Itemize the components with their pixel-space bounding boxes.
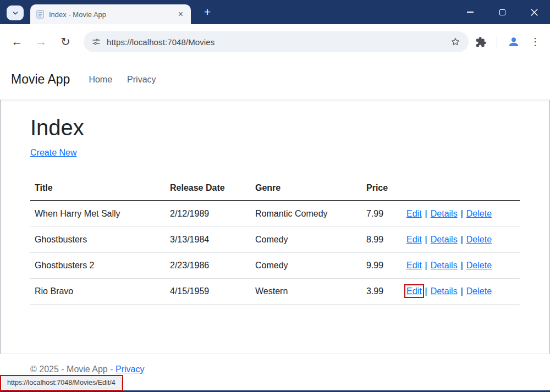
cell-release-date: 2/12/1989 xyxy=(166,201,251,227)
table-row: When Harry Met Sally 2/12/1989 Romantic … xyxy=(30,201,520,227)
close-icon xyxy=(531,9,538,16)
cell-release-date: 3/13/1984 xyxy=(166,227,251,253)
nav-link-home[interactable]: Home xyxy=(89,75,112,85)
cell-title: Rio Bravo xyxy=(30,279,166,305)
header-release-date: Release Date xyxy=(166,178,251,201)
cell-genre: Western xyxy=(251,279,362,305)
brand-link[interactable]: Movie App xyxy=(11,72,70,87)
table-header-row: Title Release Date Genre Price xyxy=(30,178,520,201)
action-separator: | xyxy=(425,261,427,270)
movies-table: Title Release Date Genre Price When Harr… xyxy=(30,178,520,305)
action-separator: | xyxy=(461,261,463,270)
status-url-bubble: https://localhost:7048/Movies/Edit/4 xyxy=(2,377,122,389)
toolbar-right: ⋮ xyxy=(475,35,542,48)
cell-price: 3.99 xyxy=(362,279,402,305)
address-bar[interactable]: https://localhost:7048/Movies xyxy=(84,31,469,52)
header-actions xyxy=(402,178,520,201)
details-link[interactable]: Details xyxy=(431,235,458,244)
edit-link[interactable]: Edit xyxy=(406,235,422,244)
table-row: Ghostbusters 2 2/23/1986 Comedy 9.99 Edi… xyxy=(30,253,520,279)
cell-release-date: 4/15/1959 xyxy=(166,279,251,305)
toolbar-separator xyxy=(497,36,497,47)
cell-actions: Edit|Details|Delete xyxy=(402,253,520,279)
reload-button[interactable]: ↻ xyxy=(56,32,75,51)
new-tab-button[interactable]: + xyxy=(200,5,215,19)
delete-link[interactable]: Delete xyxy=(466,261,492,270)
table-row: Rio Bravo 4/15/1959 Western 3.99 Edit|De… xyxy=(30,279,520,305)
delete-link[interactable]: Delete xyxy=(466,286,492,296)
cell-price: 7.99 xyxy=(362,201,402,227)
action-separator: | xyxy=(461,286,463,296)
browser-window: Index - Movie App × + ← → ↻ https://loca… xyxy=(0,0,550,392)
status-url-annotation: https://localhost:7048/Movies/Edit/4 xyxy=(0,375,123,391)
window-controls xyxy=(454,0,550,24)
table-row: Ghostbusters 3/13/1984 Comedy 8.99 Edit|… xyxy=(30,227,520,253)
cell-price: 9.99 xyxy=(362,253,402,279)
tab-title: Index - Movie App xyxy=(49,10,176,19)
tab-search-button[interactable] xyxy=(7,5,24,20)
back-button[interactable]: ← xyxy=(8,32,26,51)
url-text[interactable]: https://localhost:7048/Movies xyxy=(107,37,450,47)
tab-close-icon[interactable]: × xyxy=(176,9,185,20)
tab-favicon-icon xyxy=(36,10,45,19)
edit-link[interactable]: Edit xyxy=(406,209,422,218)
delete-link[interactable]: Delete xyxy=(466,209,492,218)
cell-title: Ghostbusters 2 xyxy=(30,253,166,279)
movies-table-body: When Harry Met Sally 2/12/1989 Romantic … xyxy=(30,201,520,305)
edit-link[interactable]: Edit xyxy=(406,286,422,296)
edit-link[interactable]: Edit xyxy=(406,261,422,270)
app-navbar: Movie App Home Privacy xyxy=(0,59,550,100)
maximize-button[interactable] xyxy=(486,0,518,24)
cell-title: Ghostbusters xyxy=(30,227,166,253)
cell-genre: Comedy xyxy=(251,253,362,279)
cell-actions: Edit|Details|Delete xyxy=(402,227,520,253)
profile-avatar[interactable] xyxy=(507,35,520,48)
cell-actions: Edit|Details|Delete xyxy=(402,201,520,227)
minimize-icon xyxy=(467,12,474,13)
cell-genre: Comedy xyxy=(251,227,362,253)
browser-tab[interactable]: Index - Movie App × xyxy=(30,4,191,24)
details-link[interactable]: Details xyxy=(431,209,458,218)
close-button[interactable] xyxy=(518,0,550,24)
titlebar: Index - Movie App × + xyxy=(0,0,550,24)
extensions-icon[interactable] xyxy=(475,36,487,48)
browser-menu-icon[interactable]: ⋮ xyxy=(530,36,540,48)
footer-privacy-link[interactable]: Privacy xyxy=(116,365,144,374)
action-separator: | xyxy=(461,209,463,218)
header-title: Title xyxy=(30,178,166,201)
create-new-link[interactable]: Create New xyxy=(30,148,76,157)
maximize-icon xyxy=(499,9,505,15)
action-separator: | xyxy=(425,286,427,296)
minimize-button[interactable] xyxy=(454,0,486,24)
details-link[interactable]: Details xyxy=(431,261,458,270)
site-info-icon[interactable] xyxy=(91,37,101,47)
chevron-down-icon xyxy=(12,9,19,17)
header-price: Price xyxy=(362,178,402,201)
bookmark-star-icon[interactable] xyxy=(450,36,461,47)
delete-link[interactable]: Delete xyxy=(466,235,492,244)
action-separator: | xyxy=(425,209,427,218)
browser-toolbar: ← → ↻ https://localhost:7048/Movies ⋮ xyxy=(0,24,550,59)
nav-link-privacy[interactable]: Privacy xyxy=(127,75,156,85)
page-title: Index xyxy=(30,115,520,140)
forward-button[interactable]: → xyxy=(32,32,51,51)
action-separator: | xyxy=(425,235,427,244)
details-link[interactable]: Details xyxy=(431,286,458,296)
main-content: Index Create New Title Release Date Genr… xyxy=(0,100,550,305)
cell-actions: Edit|Details|Delete xyxy=(402,279,520,305)
cell-genre: Romantic Comedy xyxy=(251,201,362,227)
action-separator: | xyxy=(461,235,463,244)
cell-price: 8.99 xyxy=(362,227,402,253)
footer-copyright: © 2025 - Movie App - xyxy=(30,365,116,374)
header-genre: Genre xyxy=(251,178,362,201)
cell-release-date: 2/23/1986 xyxy=(166,253,251,279)
cell-title: When Harry Met Sally xyxy=(30,201,166,227)
